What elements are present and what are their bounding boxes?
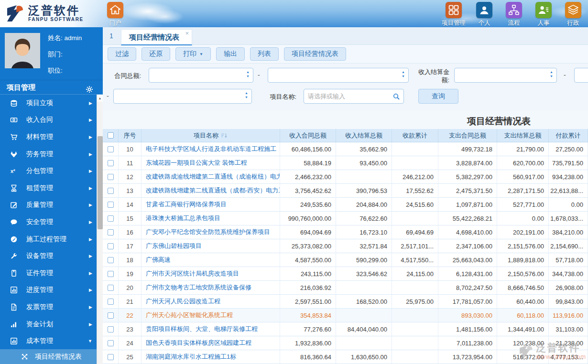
select-all-checkbox[interactable]: [108, 132, 114, 139]
row-checkbox[interactable]: [108, 229, 114, 236]
project-name-link[interactable]: 广州市文物考古工地安防系统设备保修: [142, 281, 280, 295]
row-checkbox[interactable]: [108, 354, 114, 360]
scrollbar-thumb[interactable]: [98, 136, 103, 229]
row-checkbox[interactable]: [108, 326, 114, 332]
toolbar-button[interactable]: 打印▼: [175, 47, 211, 61]
nav-item-person[interactable]: 个人: [473, 2, 495, 27]
row-checkbox[interactable]: [108, 271, 114, 277]
module-title: 项目管理: [7, 83, 35, 91]
range-continuation-field[interactable]: [118, 89, 241, 103]
sidebar-item[interactable]: 资金计划▶: [0, 316, 103, 333]
spinner-arrows-icon[interactable]: ▲▼: [550, 70, 553, 78]
sidebar-item[interactable]: 材料管理▶: [0, 128, 103, 146]
project-name-link[interactable]: 广安邓小平纪念馆安全防范系统维护保养项目: [142, 225, 280, 239]
sidebar-item[interactable]: 租赁管理▶: [0, 180, 103, 197]
nav-item-layers[interactable]: 行政: [562, 2, 584, 27]
project-name-link[interactable]: 电子科技大学区域人行道及非机动车道工程施工: [142, 142, 280, 156]
project-name-link[interactable]: 贵阳项目样板间、大堂、电梯厅装修工程: [142, 322, 280, 336]
project-name-link[interactable]: 广州天心苑小区智能化系统工程: [142, 309, 280, 322]
range-dash: -: [258, 71, 260, 79]
nav-item-grid[interactable]: 项目管理: [442, 2, 466, 27]
project-name-link[interactable]: 改建铁路成渝线增建第二直通线（成渝枢纽）电力工程: [142, 170, 280, 184]
sidebar-item[interactable]: 质量管理▶: [0, 197, 103, 214]
row-checkbox[interactable]: [108, 160, 114, 166]
bars-icon: [10, 321, 18, 328]
sidebar-item[interactable]: 安全管理▶: [0, 214, 103, 231]
sidebar-item[interactable]: 收入合同▶: [0, 112, 103, 129]
amount-cell: 1,932,836.00: [280, 336, 336, 350]
row-checkbox[interactable]: [108, 285, 114, 291]
gear-icon[interactable]: [86, 84, 93, 91]
sidebar-item[interactable]: 成本管理▼: [0, 332, 103, 350]
row-checkbox[interactable]: [108, 299, 114, 305]
search-button[interactable]: 查询: [418, 89, 458, 104]
sidebar-item[interactable]: x²分包管理▶: [0, 162, 103, 180]
row-checkbox[interactable]: [108, 243, 114, 249]
nav-item-flow[interactable]: 流程: [503, 2, 525, 27]
project-name-link[interactable]: 广州市天河区统计局机房改造项目: [142, 267, 280, 281]
row-checkbox[interactable]: [108, 202, 114, 208]
project-name-link[interactable]: 广东佛山碧桂园项目: [142, 239, 280, 253]
amount-cell: 249,535.60: [280, 198, 336, 212]
project-name-link[interactable]: 东城花园一期项目公寓大堂 装饰工程: [142, 156, 280, 170]
contract-total-max-input[interactable]: ▲▼: [268, 68, 409, 83]
main-content: 1 项目经营情况表 × 过滤还原打印▼输出列表项目经营情况表 合同总额: ▲▼ …: [103, 27, 588, 364]
sidebar-item[interactable]: 项目立项▶: [0, 95, 103, 112]
row-checkbox[interactable]: [108, 146, 114, 152]
sidebar-item[interactable]: 证件管理▶: [0, 265, 103, 282]
search-icon[interactable]: [392, 93, 400, 100]
contract-total-max-field[interactable]: [272, 68, 398, 82]
spinner-arrows-icon[interactable]: ▲▼: [245, 91, 248, 99]
income-settle-min-input[interactable]: ▲▼: [454, 68, 557, 83]
sidebar-item[interactable]: 进度管理▶: [0, 282, 103, 299]
income-settle-min-field[interactable]: [458, 68, 546, 82]
sidebar-item-label: 安全管理: [26, 218, 53, 226]
toolbar-button[interactable]: 过滤: [108, 47, 136, 61]
toolbar-button[interactable]: 项目经营情况表: [284, 47, 346, 61]
row-checkbox[interactable]: [108, 340, 114, 346]
amount-cell: 2,475,371.50: [438, 184, 497, 198]
sidebar-item[interactable]: 施工过程管理▶: [0, 231, 103, 248]
spinner-arrows-icon[interactable]: ▲▼: [246, 70, 250, 78]
contract-total-min-input[interactable]: ▲▼: [149, 68, 253, 83]
row-checkbox[interactable]: [108, 215, 114, 222]
hr-icon: [535, 2, 552, 18]
range-continuation-input[interactable]: ▲▼: [113, 89, 252, 104]
sort-icon[interactable]: [221, 133, 228, 139]
project-name-link[interactable]: 国色天香项目实体样板房区域园建工程: [142, 336, 280, 350]
sidebar-item[interactable]: 发票管理▶: [0, 299, 103, 316]
project-name-link[interactable]: 湖南洞庭湖水库引水工程施工1标: [142, 350, 280, 364]
tab-group-index[interactable]: 1: [109, 27, 113, 45]
nav-item-portal[interactable]: 门户: [104, 2, 126, 27]
toolbar-button[interactable]: 还原: [142, 47, 170, 61]
sidebar-item-project-report[interactable]: 项目经营情况表: [0, 349, 103, 364]
nav-item-hr[interactable]: 人事: [533, 2, 555, 27]
project-name-link[interactable]: 改建铁路线增建第二线直通线（成都-西安）电力工程: [142, 184, 280, 198]
project-name-link[interactable]: 港珠澳大桥施工总承包项目: [142, 212, 280, 225]
toolbar-button[interactable]: 列表: [250, 47, 279, 61]
row-checkbox[interactable]: [108, 312, 114, 319]
scroll-up-button[interactable]: ▲: [97, 95, 103, 102]
project-name-link[interactable]: 广佛高速: [142, 253, 280, 267]
row-number: 13: [119, 184, 142, 198]
project-name-link[interactable]: 广州天河人民公园改造工程: [142, 295, 280, 309]
row-checkbox[interactable]: [108, 174, 114, 180]
contract-total-min-field[interactable]: [153, 68, 242, 82]
sidebar-item[interactable]: 劳务管理▶: [0, 146, 103, 163]
sidebar-item-label: 项目立项: [26, 99, 53, 107]
project-name-input[interactable]: [304, 89, 404, 104]
row-checkbox[interactable]: [108, 188, 114, 194]
tab-project-report[interactable]: 项目经营情况表 ×: [121, 29, 192, 45]
row-checkbox[interactable]: [108, 257, 114, 263]
spinner-arrows-icon[interactable]: ▲▼: [402, 70, 405, 78]
income-settle-max-input[interactable]: [574, 68, 588, 83]
nav-label: 行政: [567, 19, 579, 27]
sidebar-item[interactable]: 设备管理▶: [0, 247, 103, 265]
close-icon[interactable]: ×: [185, 30, 189, 37]
project-name-link[interactable]: 甘肃省工商银行网络保养项目: [142, 198, 280, 212]
chevron-right-icon: ▶: [89, 118, 92, 122]
project-name-field[interactable]: [308, 89, 393, 103]
income-settle-max-field[interactable]: [578, 68, 588, 82]
sidebar-scrollbar[interactable]: ▲: [97, 95, 103, 364]
toolbar-button[interactable]: 输出: [216, 47, 245, 61]
